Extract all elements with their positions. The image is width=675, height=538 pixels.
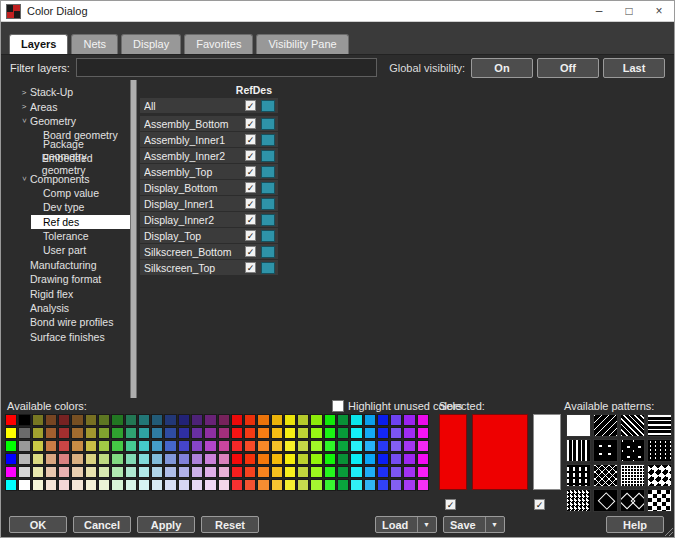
- palette-color-r1c13[interactable]: [178, 427, 190, 439]
- palette-color-r1c21[interactable]: [284, 427, 296, 439]
- layer-visibility-checkbox[interactable]: ✓: [245, 246, 256, 257]
- layer-row-display-inner2[interactable]: Display_Inner2✓: [140, 212, 278, 227]
- palette-color-r5c14[interactable]: [191, 479, 203, 491]
- palette-color-r3c13[interactable]: [178, 453, 190, 465]
- palette-color-r0c0[interactable]: [5, 414, 17, 426]
- save-dropdown-arrow[interactable]: ▼: [485, 517, 498, 532]
- palette-color-r0c3[interactable]: [45, 414, 57, 426]
- layer-color-swatch[interactable]: [261, 246, 275, 258]
- tree-item-tolerance[interactable]: Tolerance: [1, 229, 130, 243]
- layer-color-swatch[interactable]: [261, 100, 275, 112]
- maximize-button[interactable]: □: [614, 1, 644, 21]
- palette-color-r1c0[interactable]: [5, 427, 17, 439]
- palette-color-r5c29[interactable]: [390, 479, 402, 491]
- palette-color-r0c22[interactable]: [297, 414, 309, 426]
- palette-color-r2c12[interactable]: [164, 440, 176, 452]
- tree-item-stack-up[interactable]: >Stack-Up: [1, 85, 130, 99]
- palette-color-r5c11[interactable]: [151, 479, 163, 491]
- palette-color-r0c20[interactable]: [271, 414, 283, 426]
- palette-color-r4c27[interactable]: [364, 466, 376, 478]
- palette-color-r2c22[interactable]: [297, 440, 309, 452]
- tab-display[interactable]: Display: [121, 34, 181, 54]
- palette-color-r1c20[interactable]: [271, 427, 283, 439]
- palette-color-r4c16[interactable]: [218, 466, 230, 478]
- highlight-unused-checkbox[interactable]: [332, 400, 344, 412]
- palette-color-r1c19[interactable]: [257, 427, 269, 439]
- palette-color-r1c30[interactable]: [403, 427, 415, 439]
- palette-color-r3c3[interactable]: [45, 453, 57, 465]
- palette-color-r2c16[interactable]: [218, 440, 230, 452]
- palette-color-r0c8[interactable]: [111, 414, 123, 426]
- pattern-diamond-checker[interactable]: [647, 464, 672, 487]
- palette-color-r5c25[interactable]: [337, 479, 349, 491]
- palette-color-r3c26[interactable]: [350, 453, 362, 465]
- palette-color-r5c1[interactable]: [18, 479, 30, 491]
- palette-color-r3c11[interactable]: [151, 453, 163, 465]
- palette-color-r4c28[interactable]: [377, 466, 389, 478]
- layer-row-display-bottom[interactable]: Display_Bottom✓: [140, 180, 278, 195]
- palette-color-r4c14[interactable]: [191, 466, 203, 478]
- palette-color-r1c10[interactable]: [138, 427, 150, 439]
- palette-color-r4c1[interactable]: [18, 466, 30, 478]
- palette-color-r0c16[interactable]: [218, 414, 230, 426]
- layer-visibility-checkbox[interactable]: ✓: [245, 182, 256, 193]
- palette-color-r4c19[interactable]: [257, 466, 269, 478]
- pattern-sparse-dots[interactable]: [593, 439, 618, 462]
- layer-row-silkscreen-top[interactable]: Silkscreen_Top✓: [140, 260, 278, 275]
- palette-color-r4c6[interactable]: [85, 466, 97, 478]
- palette-color-r4c7[interactable]: [98, 466, 110, 478]
- pattern-checkerboard[interactable]: [647, 489, 672, 512]
- palette-color-r4c29[interactable]: [390, 466, 402, 478]
- palette-color-r3c30[interactable]: [403, 453, 415, 465]
- ok-button[interactable]: OK: [9, 516, 67, 533]
- layer-color-swatch[interactable]: [261, 262, 275, 274]
- palette-color-r3c4[interactable]: [58, 453, 70, 465]
- palette-color-r0c17[interactable]: [231, 414, 243, 426]
- palette-color-r0c10[interactable]: [138, 414, 150, 426]
- load-dropdown-arrow[interactable]: ▼: [417, 517, 430, 532]
- palette-color-r4c20[interactable]: [271, 466, 283, 478]
- palette-color-r5c26[interactable]: [350, 479, 362, 491]
- palette-color-r2c29[interactable]: [390, 440, 402, 452]
- palette-color-r1c3[interactable]: [45, 427, 57, 439]
- palette-color-r5c27[interactable]: [364, 479, 376, 491]
- palette-color-r2c2[interactable]: [32, 440, 44, 452]
- palette-color-r4c0[interactable]: [5, 466, 17, 478]
- palette-color-r3c21[interactable]: [284, 453, 296, 465]
- palette-color-r2c23[interactable]: [310, 440, 322, 452]
- palette-color-r5c15[interactable]: [204, 479, 216, 491]
- palette-color-r4c22[interactable]: [297, 466, 309, 478]
- palette-color-r5c2[interactable]: [32, 479, 44, 491]
- palette-color-r4c30[interactable]: [403, 466, 415, 478]
- palette-color-r1c25[interactable]: [337, 427, 349, 439]
- tab-favorites[interactable]: Favorites: [184, 34, 253, 54]
- palette-color-r5c7[interactable]: [98, 479, 110, 491]
- palette-color-r2c25[interactable]: [337, 440, 349, 452]
- palette-color-r1c1[interactable]: [18, 427, 30, 439]
- layer-visibility-checkbox[interactable]: ✓: [245, 100, 256, 111]
- palette-color-r1c29[interactable]: [390, 427, 402, 439]
- palette-color-r1c16[interactable]: [218, 427, 230, 439]
- palette-color-r1c14[interactable]: [191, 427, 203, 439]
- palette-color-r4c5[interactable]: [71, 466, 83, 478]
- palette-color-r5c10[interactable]: [138, 479, 150, 491]
- palette-color-r2c26[interactable]: [350, 440, 362, 452]
- palette-color-r0c4[interactable]: [58, 414, 70, 426]
- palette-color-r3c8[interactable]: [111, 453, 123, 465]
- layer-row-assembly-inner2[interactable]: Assembly_Inner2✓: [140, 148, 278, 163]
- palette-color-r1c31[interactable]: [417, 427, 429, 439]
- layer-color-swatch[interactable]: [261, 134, 275, 146]
- palette-color-r3c6[interactable]: [85, 453, 97, 465]
- layer-visibility-checkbox[interactable]: ✓: [245, 198, 256, 209]
- palette-color-r1c2[interactable]: [32, 427, 44, 439]
- layer-row-assembly-bottom[interactable]: Assembly_Bottom✓: [140, 116, 278, 131]
- palette-color-r4c8[interactable]: [111, 466, 123, 478]
- palette-color-r5c13[interactable]: [178, 479, 190, 491]
- palette-color-r3c24[interactable]: [324, 453, 336, 465]
- tree-item-areas[interactable]: >Areas: [1, 99, 130, 113]
- layer-row-assembly-top[interactable]: Assembly_Top✓: [140, 164, 278, 179]
- palette-color-r3c12[interactable]: [164, 453, 176, 465]
- palette-color-r5c31[interactable]: [417, 479, 429, 491]
- layer-color-swatch[interactable]: [261, 118, 275, 130]
- palette-color-r5c9[interactable]: [125, 479, 137, 491]
